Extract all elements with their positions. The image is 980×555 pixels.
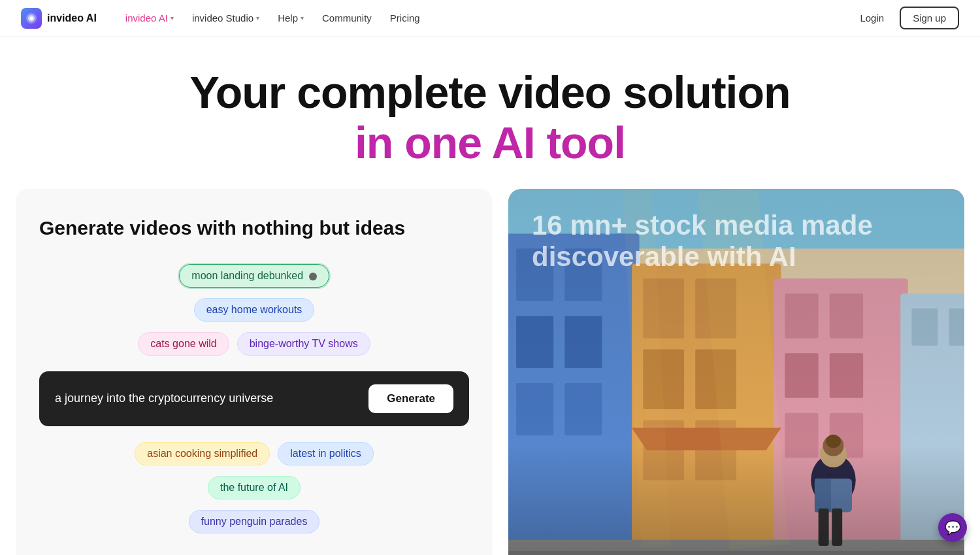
hero-section: Your complete video solution in one AI t… — [0, 37, 980, 189]
tag-row-6: funny penguin parades — [189, 510, 320, 533]
chat-icon: 💬 — [945, 520, 961, 535]
chevron-down-icon: ▾ — [171, 14, 174, 22]
nav-links: invideo AI ▾ invideo Studio ▾ Help ▾ Com… — [118, 7, 853, 29]
left-panel-title: Generate videos with nothing but ideas — [39, 215, 469, 241]
main-content: Generate videos with nothing but ideas m… — [0, 189, 980, 555]
tag-binge-worthy-tv[interactable]: binge-worthy TV shows — [237, 332, 370, 356]
right-panel-title: 16 mn+ stock media made discoverable wit… — [532, 210, 941, 273]
input-box: Generate — [39, 371, 469, 426]
svg-point-2 — [30, 16, 33, 20]
chevron-down-icon: ▾ — [301, 14, 304, 22]
generate-button[interactable]: Generate — [368, 384, 453, 413]
tag-easy-home-workouts[interactable]: easy home workouts — [194, 298, 315, 322]
nav-link-invideo-studio[interactable]: invideo Studio ▾ — [184, 7, 267, 29]
chat-button[interactable]: 💬 — [938, 513, 967, 542]
tag-asian-cooking[interactable]: asian cooking simplified — [135, 442, 270, 465]
nav-link-pricing[interactable]: Pricing — [382, 7, 428, 29]
nav-link-community[interactable]: Community — [314, 7, 380, 29]
tag-row-1: moon landing debunked — [179, 264, 329, 288]
tags-container-bottom: asian cooking simplified latest in polit… — [39, 442, 469, 533]
hero-title-line1: Your complete video solution — [21, 68, 959, 117]
tag-funny-penguin[interactable]: funny penguin parades — [189, 510, 320, 533]
tag-latest-politics[interactable]: latest in politics — [278, 442, 374, 465]
tag-row-3: cats gone wild binge-worthy TV shows — [138, 332, 370, 356]
left-panel: Generate videos with nothing but ideas m… — [16, 189, 493, 555]
video-idea-input[interactable] — [55, 392, 358, 405]
nav-link-invideo-ai[interactable]: invideo AI ▾ — [118, 7, 182, 29]
right-panel-text: 16 mn+ stock media made discoverable wit… — [532, 210, 941, 273]
signup-button[interactable]: Sign up — [900, 7, 959, 29]
tag-cats-gone-wild[interactable]: cats gone wild — [138, 332, 229, 356]
cursor-indicator — [309, 273, 317, 280]
logo-text: invideo AI — [47, 12, 97, 24]
tag-moon-landing[interactable]: moon landing debunked — [179, 264, 329, 288]
right-panel: 16 mn+ stock media made discoverable wit… — [508, 189, 964, 555]
navbar: invideo AI invideo AI ▾ invideo Studio ▾… — [0, 0, 980, 37]
nav-actions: Login Sign up — [852, 7, 959, 29]
hero-title-line2: in one AI tool — [21, 117, 959, 168]
tag-row-2: easy home workouts — [194, 298, 315, 322]
tag-row-5: the future of AI — [208, 476, 301, 499]
tags-container-top: moon landing debunked easy home workouts… — [39, 264, 469, 356]
login-button[interactable]: Login — [852, 7, 892, 29]
logo-icon — [21, 8, 42, 29]
nav-link-help[interactable]: Help ▾ — [270, 7, 312, 29]
nav-logo[interactable]: invideo AI — [21, 8, 97, 29]
tag-future-ai[interactable]: the future of AI — [208, 476, 301, 499]
tag-row-4: asian cooking simplified latest in polit… — [135, 442, 373, 465]
chevron-down-icon: ▾ — [256, 14, 259, 22]
